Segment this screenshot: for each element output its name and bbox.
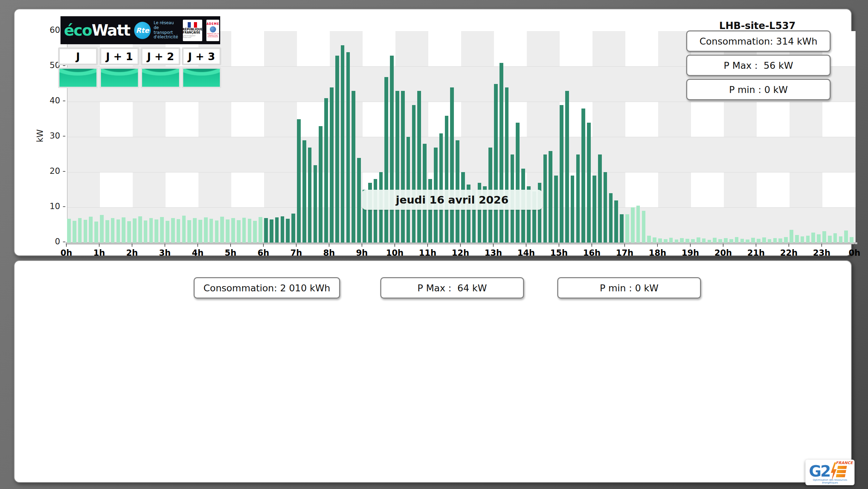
bar: [445, 116, 449, 243]
bar: [319, 126, 323, 243]
republique-francaise-logo: RÉPUBLIQUE FRANÇAISE Liberté Égalité Fra…: [183, 20, 203, 41]
x-tick-mark: [99, 244, 100, 247]
x-tick-mark: [66, 244, 67, 247]
bar: [762, 237, 766, 243]
bar: [697, 237, 700, 243]
x-tick-mark: [427, 244, 428, 247]
bar: [680, 238, 684, 243]
bar: [494, 84, 498, 243]
bar: [592, 176, 596, 243]
bar: [166, 221, 169, 243]
bar: [620, 214, 624, 243]
bar: [713, 238, 717, 243]
french-flag-icon: [188, 22, 197, 28]
bar: [182, 216, 186, 243]
x-tick-label: 2h: [126, 248, 138, 258]
bar: [822, 231, 826, 243]
x-tick-label: 10h: [386, 248, 403, 258]
ecowatt-signal-thumbnail-j3[interactable]: [182, 67, 221, 88]
rte-circle-icon: Rte: [134, 22, 151, 39]
g2e-tagline: Optimisation des ressources énergétiques: [805, 479, 855, 484]
x-tick-label: 6h: [258, 248, 269, 258]
bar: [270, 219, 273, 243]
bar: [171, 218, 175, 243]
bar: [417, 91, 421, 243]
bar: [850, 237, 853, 243]
g2e-france-text: FRANCE: [836, 461, 853, 465]
bar: [67, 219, 71, 243]
rte-tagline: Le réseau de transport d'électricité: [153, 21, 178, 40]
bar: [275, 217, 279, 243]
bar: [89, 217, 93, 243]
x-tick-label: 14h: [517, 248, 535, 258]
bar: [352, 91, 355, 243]
bar: [631, 207, 635, 243]
x-tick-mark: [723, 244, 724, 247]
bar: [198, 220, 202, 243]
x-tick-label: 13h: [485, 248, 502, 258]
bar: [357, 158, 361, 243]
bar: [751, 238, 755, 243]
day-button-j2[interactable]: J + 2: [141, 47, 180, 65]
bar: [395, 91, 399, 243]
bar: [740, 239, 744, 243]
x-tick-mark: [591, 244, 592, 247]
bar: [105, 220, 109, 243]
bar: [291, 214, 295, 243]
x-tick-label: 11h: [419, 248, 436, 258]
bar: [746, 239, 749, 243]
x-tick-mark: [526, 244, 526, 247]
x-tick-label: 3h: [159, 248, 171, 258]
bar: [428, 179, 432, 243]
bar: [100, 215, 104, 243]
bar: [138, 216, 142, 243]
x-tick-mark: [756, 244, 756, 247]
bar: [718, 239, 722, 243]
bar: [609, 193, 613, 243]
g2e-e-icon: [836, 466, 847, 477]
ecowatt-signal-thumbnail-j2[interactable]: [141, 67, 180, 88]
ecowatt-signal-thumbnail-j1[interactable]: [100, 67, 139, 88]
top-pmin-box: P min : 0 kW: [686, 79, 831, 100]
x-tick-mark: [690, 244, 691, 247]
x-tick-label: 18h: [649, 248, 666, 258]
ecowatt-logo-watt: Watt: [92, 21, 130, 39]
bar: [401, 91, 405, 243]
x-tick-mark: [624, 244, 625, 247]
bar: [111, 218, 115, 243]
x-tick-label: 9h: [356, 248, 368, 258]
x-tick-label: 7h: [290, 248, 302, 258]
y-tick-label: 0: [42, 237, 60, 246]
date-label: jeudi 16 avril 2026: [362, 190, 542, 210]
ecowatt-logo-eco: éco: [64, 21, 92, 39]
bar: [384, 77, 388, 243]
bar: [571, 176, 575, 243]
bar: [220, 217, 224, 243]
x-tick-label: 22h: [780, 248, 797, 258]
bar: [264, 218, 268, 243]
bar: [215, 220, 219, 243]
x-tick-mark: [460, 244, 461, 247]
day-button-j1[interactable]: J + 1: [100, 47, 139, 65]
bar: [308, 148, 312, 243]
day-button-j[interactable]: J: [58, 47, 98, 65]
bar: [724, 238, 728, 243]
bar: [259, 217, 262, 243]
bar: [439, 133, 443, 243]
bar: [209, 219, 213, 243]
ecowatt-signal-thumbnail-j[interactable]: [58, 67, 98, 88]
bar: [647, 236, 651, 243]
x-tick-label: 8h: [323, 248, 335, 258]
bar: [604, 172, 607, 243]
bar: [658, 238, 662, 243]
y-tick-label: 60: [42, 25, 60, 35]
bar: [664, 239, 668, 243]
bar: [801, 236, 804, 243]
day-button-j3[interactable]: J + 3: [182, 47, 221, 65]
bottom-pmax-box: P Max : 64 kW: [380, 277, 524, 299]
bar: [549, 151, 552, 243]
bar: [702, 238, 706, 243]
x-tick-label: 20h: [715, 248, 732, 258]
bar: [133, 218, 137, 243]
bar: [685, 239, 689, 243]
